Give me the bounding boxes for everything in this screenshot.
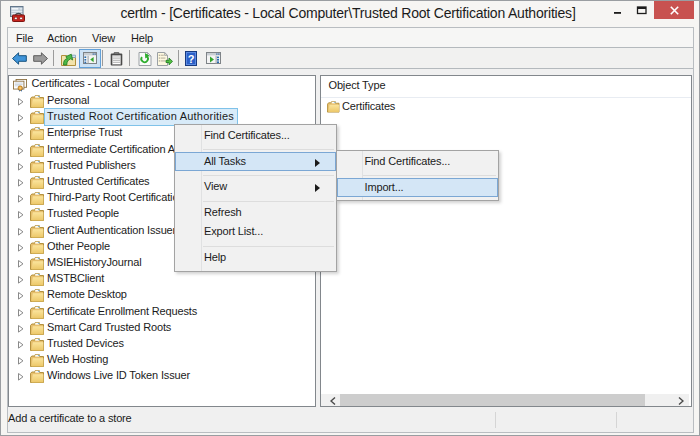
svg-text:?: ? — [188, 53, 195, 65]
